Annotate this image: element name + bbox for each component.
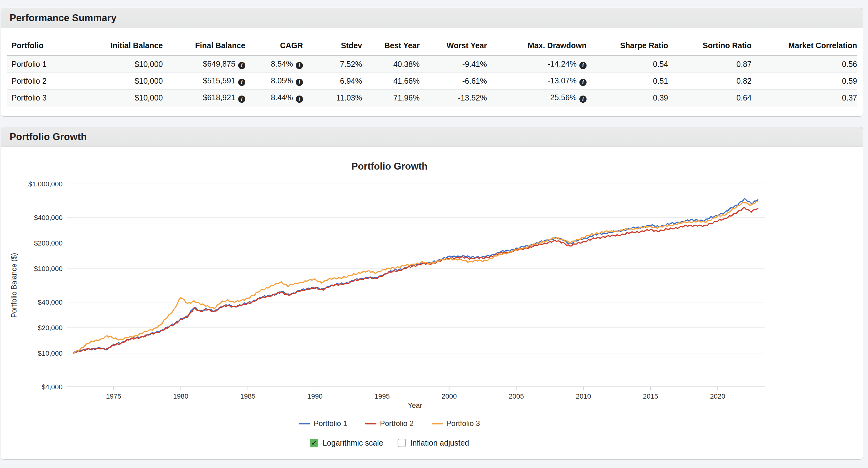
column-header-final-balance: Final Balance xyxy=(163,37,245,56)
portfolio-growth-chart[interactable]: Portfolio Growth$1,000,000$400,000$200,0… xyxy=(1,147,863,414)
chart-legend: Portfolio 1Portfolio 2Portfolio 3 xyxy=(1,415,778,432)
y-tick-label: $1,000,000 xyxy=(28,180,63,188)
x-tick-label: 2000 xyxy=(441,392,457,400)
x-axis-title: Year xyxy=(408,401,423,409)
info-icon[interactable]: i xyxy=(238,62,245,69)
legend-item-portfolio-3[interactable]: Portfolio 3 xyxy=(432,419,480,428)
info-icon[interactable]: i xyxy=(579,62,587,69)
table-row: Portfolio 3$10,000$618,921i8.44%i11.03%7… xyxy=(7,90,857,106)
legend-item-portfolio-1[interactable]: Portfolio 1 xyxy=(299,419,347,428)
info-icon[interactable]: i xyxy=(579,79,587,86)
table-cell: 0.82 xyxy=(668,73,751,90)
table-cell: -6.61% xyxy=(420,73,487,90)
info-icon[interactable]: i xyxy=(296,62,303,69)
table-cell: 71.96% xyxy=(362,90,420,106)
y-tick-label: $100,000 xyxy=(34,265,63,273)
legend-label: Portfolio 1 xyxy=(313,419,347,428)
performance-summary-header: Performance Summary xyxy=(1,8,863,28)
x-tick-label: 2010 xyxy=(576,392,591,400)
table-cell: $618,921i xyxy=(163,90,245,106)
table-cell: $649,875i xyxy=(163,56,245,73)
info-icon[interactable]: i xyxy=(238,79,245,86)
x-tick-label: 2005 xyxy=(509,392,524,400)
table-cell: -13.52% xyxy=(420,90,487,106)
table-cell: -14.24%i xyxy=(487,56,587,73)
control-logarithmic-scale: ✓Logarithmic scale xyxy=(310,438,383,447)
x-tick-label: 1990 xyxy=(307,392,322,400)
table-cell: $10,000 xyxy=(100,73,163,90)
x-tick-label: 1975 xyxy=(106,392,121,400)
table-cell: 0.39 xyxy=(587,90,668,106)
chart-title: Portfolio Growth xyxy=(351,161,428,172)
x-tick-label: 1995 xyxy=(375,392,390,400)
control-label: Logarithmic scale xyxy=(322,438,383,447)
column-header-sortino-ratio: Sortino Ratio xyxy=(668,37,751,56)
table-cell: Portfolio 3 xyxy=(7,90,100,106)
y-tick-label: $4,000 xyxy=(42,383,63,391)
table-cell: 0.64 xyxy=(668,90,751,106)
info-icon[interactable]: i xyxy=(238,96,245,103)
column-header-portfolio: Portfolio xyxy=(7,37,100,56)
table-cell: 0.59 xyxy=(751,73,857,90)
column-header-worst-year: Worst Year xyxy=(420,37,487,56)
table-header-row: PortfolioInitial BalanceFinal BalanceCAG… xyxy=(7,37,857,56)
control-inflation-adjusted: Inflation adjusted xyxy=(398,438,469,447)
info-icon[interactable]: i xyxy=(296,79,303,86)
legend-swatch xyxy=(365,423,376,425)
table-cell: $10,000 xyxy=(100,90,163,106)
column-header-stdev: Stdev xyxy=(303,37,362,56)
table-row: Portfolio 2$10,000$515,591i8.05%i6.94%41… xyxy=(7,73,857,90)
column-header-sharpe-ratio: Sharpe Ratio xyxy=(587,37,668,56)
y-tick-label: $200,000 xyxy=(34,239,63,247)
table-cell: 6.94% xyxy=(303,73,362,90)
x-tick-label: 1980 xyxy=(173,392,188,400)
portfolio-growth-title: Portfolio Growth xyxy=(10,131,87,142)
legend-item-portfolio-2[interactable]: Portfolio 2 xyxy=(365,419,413,428)
table-row: Portfolio 1$10,000$649,875i8.54%i7.52%40… xyxy=(7,56,857,73)
series-line-portfolio-1 xyxy=(73,199,758,353)
table-cell: 0.87 xyxy=(668,56,751,73)
table-cell: 0.37 xyxy=(751,90,857,106)
performance-summary-panel: Performance Summary PortfolioInitial Bal… xyxy=(1,8,863,117)
legend-label: Portfolio 3 xyxy=(446,419,480,428)
legend-label: Portfolio 2 xyxy=(380,419,413,428)
chart-controls: ✓Logarithmic scaleInflation adjusted xyxy=(1,433,778,453)
table-cell: 8.44%i xyxy=(245,90,303,106)
portfolio-growth-panel: Portfolio Growth Portfolio Growth$1,000,… xyxy=(1,127,863,460)
table-cell: 0.51 xyxy=(587,73,668,90)
x-tick-label: 2015 xyxy=(643,392,658,400)
table-cell: 40.38% xyxy=(362,56,420,73)
x-tick-label: 1985 xyxy=(240,392,256,400)
table-cell: 0.54 xyxy=(587,56,668,73)
x-tick-label: 2020 xyxy=(710,392,725,400)
unchecked-checkbox[interactable] xyxy=(398,439,406,447)
checkmark-icon: ✓ xyxy=(311,440,317,446)
table-cell: 8.05%i xyxy=(245,73,303,90)
table-cell: $10,000 xyxy=(100,56,163,73)
series-line-portfolio-3 xyxy=(73,202,758,353)
table-cell: Portfolio 2 xyxy=(7,73,100,90)
table-cell: -9.41% xyxy=(420,56,487,73)
info-icon[interactable]: i xyxy=(579,96,587,103)
y-tick-label: $10,000 xyxy=(38,349,63,357)
column-header-best-year: Best Year xyxy=(362,37,420,56)
table-cell: Portfolio 1 xyxy=(7,56,100,73)
table-cell: 8.54%i xyxy=(245,56,303,73)
table-cell: 7.52% xyxy=(303,56,362,73)
table-cell: 0.56 xyxy=(751,56,857,73)
series-line-portfolio-2 xyxy=(73,207,758,353)
legend-swatch xyxy=(432,423,443,425)
y-axis-title: Portfolio Balance ($) xyxy=(10,253,18,318)
column-header-cagr: CAGR xyxy=(245,37,303,56)
y-tick-label: $20,000 xyxy=(38,324,63,332)
table-cell: 41.66% xyxy=(362,73,420,90)
table-cell: 11.03% xyxy=(303,90,362,106)
portfolio-growth-header: Portfolio Growth xyxy=(1,127,863,147)
info-icon[interactable]: i xyxy=(296,96,303,103)
table-cell: $515,591i xyxy=(163,73,245,90)
y-tick-label: $400,000 xyxy=(34,214,63,222)
column-header-market-correlation: Market Correlation xyxy=(751,37,857,56)
performance-summary-title: Performance Summary xyxy=(10,12,117,24)
table-cell: -25.56%i xyxy=(487,90,587,106)
checked-checkbox[interactable]: ✓ xyxy=(310,439,318,447)
